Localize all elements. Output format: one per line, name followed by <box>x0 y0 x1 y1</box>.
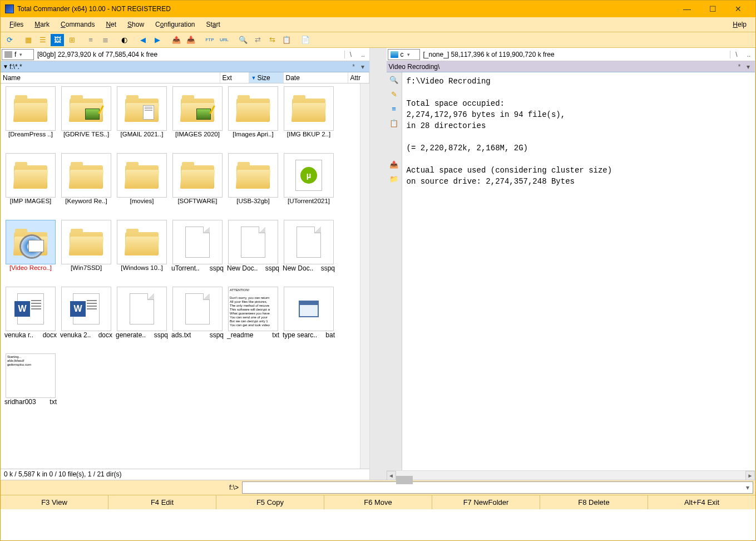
back-icon[interactable]: ◀ <box>136 34 150 46</box>
file-item[interactable]: [Windows 10..] <box>115 220 169 286</box>
menu-configuration[interactable]: Configuration <box>150 19 200 30</box>
file-item[interactable]: New Doc..sspq <box>226 220 280 286</box>
history-icon[interactable]: ▾ <box>358 63 367 71</box>
file-item[interactable]: [IMAGES 2020] <box>170 86 225 152</box>
file-item[interactable]: ATTENTION!Don't worry, you can returnAll… <box>226 287 280 352</box>
command-history-dropdown[interactable]: ▾ <box>743 484 753 491</box>
f4-edit[interactable]: F4 Edit <box>108 495 216 509</box>
file-item[interactable]: [Win7SSD] <box>59 220 113 286</box>
lines-icon[interactable]: ≡ <box>389 104 399 114</box>
scroll-right-icon[interactable]: ► <box>745 471 755 480</box>
folder-in-icon[interactable]: 📁 <box>389 174 399 184</box>
file-item[interactable]: type searc..bat <box>281 287 336 352</box>
sync-icon[interactable]: ⇆ <box>265 34 279 46</box>
history-icon[interactable]: ▾ <box>744 63 753 71</box>
file-item[interactable]: Wvenuka r..docx <box>3 287 58 352</box>
file-item[interactable]: uTorrent..sspq <box>170 220 225 286</box>
brief-view-icon[interactable]: ▦ <box>22 34 35 46</box>
invert-icon[interactable]: ◐ <box>117 34 131 46</box>
tree-icon[interactable]: ⊞ <box>65 34 78 46</box>
f6-move[interactable]: F6 Move <box>324 495 432 509</box>
item-label: _readmetxt <box>226 331 280 339</box>
file-item[interactable]: ads.txtsspq <box>170 287 225 352</box>
search-icon[interactable]: 🔍 <box>236 34 250 46</box>
item-label: [Images Apri..] <box>226 131 280 137</box>
folder-out-icon[interactable]: 📤 <box>389 159 399 169</box>
file-item[interactable]: [Video Recro..] <box>3 220 58 286</box>
file-item[interactable]: μ[UTorrent2021] <box>281 153 336 219</box>
command-input[interactable]: ▾ <box>242 481 753 494</box>
f3-view[interactable]: F3 View <box>1 495 108 509</box>
copy-icon[interactable]: 📋 <box>389 118 399 128</box>
multi-rename-icon[interactable]: ⇄ <box>251 34 264 46</box>
search-icon[interactable]: 🔍 <box>389 75 399 85</box>
maximize-button[interactable]: ☐ <box>700 1 725 17</box>
right-path-bar[interactable]: Video Recroding\ * ▾ <box>387 61 755 72</box>
file-item[interactable]: Wvenuka 2..docx <box>59 287 113 352</box>
file-item[interactable]: [GDRIVE TES..] <box>59 86 113 152</box>
window-title: Total Commander (x64) 10.00 - NOT REGIST… <box>17 5 674 13</box>
menu-help[interactable]: Help <box>727 19 752 30</box>
scroll-left-icon[interactable]: ◄ <box>387 471 396 480</box>
left-files-area[interactable]: [DreamPress ..][GDRIVE TES..][GMAIL 2021… <box>1 83 360 469</box>
file-item[interactable]: New Doc..sspq <box>281 220 336 286</box>
right-up-button[interactable]: .. <box>743 51 755 58</box>
sort-name-icon[interactable]: ≡ <box>84 34 97 46</box>
file-item[interactable]: [GMAIL 2021..] <box>115 86 169 152</box>
favorites-icon[interactable]: * <box>735 63 744 71</box>
f5-copy[interactable]: F5 Copy <box>216 495 324 509</box>
file-item[interactable]: [IMG BKUP 2..] <box>281 86 336 152</box>
pack-icon[interactable]: 📤 <box>170 34 183 46</box>
file-item[interactable]: [USB-32gb] <box>226 153 280 219</box>
left-drive-select[interactable]: f ▾ <box>2 49 34 60</box>
right-drive-bar: c ▾ [_none_] 58,117,396 k of 119,900,720… <box>387 48 755 61</box>
left-scrollbar[interactable] <box>360 83 369 469</box>
menu-show[interactable]: Show <box>122 19 150 30</box>
menu-commands[interactable]: Commands <box>55 19 100 30</box>
menu-files[interactable]: Files <box>4 19 29 30</box>
menu-mark[interactable]: Mark <box>29 19 55 30</box>
ftp-icon[interactable]: FTP <box>203 34 216 46</box>
f7-newfolder[interactable]: F7 NewFolder <box>432 495 540 509</box>
altf4-exit[interactable]: Alt+F4 Exit <box>648 495 755 509</box>
f8-delete[interactable]: F8 Delete <box>540 495 648 509</box>
menu-net[interactable]: Net <box>100 19 122 30</box>
menu-start[interactable]: Start <box>201 19 226 30</box>
file-item[interactable]: Starting...afds;lkfasdfgetkmspico.comsri… <box>3 353 58 419</box>
col-date[interactable]: Date <box>284 72 348 83</box>
scroll-thumb[interactable] <box>396 476 413 484</box>
unpack-icon[interactable]: 📥 <box>184 34 197 46</box>
notepad-icon[interactable]: 📄 <box>299 34 312 46</box>
col-ext[interactable]: Ext <box>220 72 249 83</box>
refresh-icon[interactable]: ⟳ <box>3 34 16 46</box>
file-item[interactable]: [Images Apri..] <box>226 86 280 152</box>
forward-icon[interactable]: ▶ <box>151 34 164 46</box>
drive-icon <box>391 51 398 58</box>
left-root-button[interactable]: \ <box>345 51 357 58</box>
file-item[interactable]: [IMP IMAGES] <box>3 153 58 219</box>
file-item[interactable]: [movies] <box>115 153 169 219</box>
full-view-icon[interactable]: ☰ <box>36 34 50 46</box>
left-path-bar[interactable]: ▼ f:\*.* * ▾ <box>1 61 369 72</box>
right-drive-select[interactable]: c ▾ <box>388 49 420 60</box>
left-up-button[interactable]: .. <box>357 51 369 58</box>
copy-names-icon[interactable]: 📋 <box>280 34 293 46</box>
right-horizontal-scrollbar[interactable]: ◄ ► <box>387 470 755 480</box>
file-item[interactable]: [Keyword Re..] <box>59 153 113 219</box>
edit-icon[interactable]: ✎ <box>389 89 399 99</box>
file-item[interactable]: generate..sspq <box>115 287 169 352</box>
col-attr[interactable]: Attr <box>348 72 369 83</box>
file-item[interactable]: [SOFTWARE] <box>170 153 225 219</box>
thumbs-view-icon[interactable]: 🖼 <box>51 34 64 46</box>
minimize-button[interactable]: — <box>674 1 700 17</box>
close-button[interactable]: ✕ <box>725 1 751 17</box>
favorites-icon[interactable]: * <box>349 63 358 71</box>
left-drive-info: [80gb] 22,973,920 k of 77,585,404 k free <box>35 51 344 58</box>
url-icon[interactable]: URL <box>218 34 231 46</box>
col-size[interactable]: ▼Size <box>249 72 284 83</box>
col-name[interactable]: Name <box>1 72 220 83</box>
sort-ext-icon[interactable]: ≣ <box>98 34 112 46</box>
file-item[interactable]: [DreamPress ..] <box>3 86 58 152</box>
panel-splitter[interactable] <box>370 48 387 480</box>
right-root-button[interactable]: \ <box>730 51 743 58</box>
